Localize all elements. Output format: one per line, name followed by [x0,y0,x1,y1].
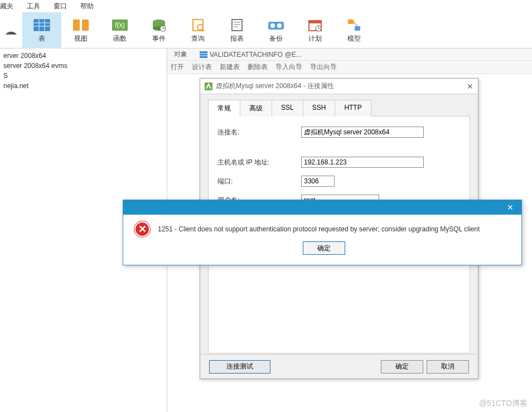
error-message: 1251 - Client does not support authentic… [158,221,480,234]
tool-report-label: 报表 [230,34,244,43]
tool-function[interactable]: f(x) 函数 [100,12,139,49]
tree-item[interactable]: erver 2008x64 [3,51,163,61]
svg-point-24 [277,23,282,28]
label-connection-name: 连接名: [217,128,301,137]
tool-backup[interactable]: 备份 [257,12,296,49]
tool-model-label: 模型 [347,34,361,43]
tool-view-label: 视图 [74,34,88,43]
tool-schedule[interactable]: 计划 [296,12,335,49]
tab-ssl[interactable]: SSL [272,100,303,117]
tab-open-file-label: VALIDATEATTACHINFO @E... [210,51,302,59]
tool-model[interactable]: 模型 [335,12,374,49]
report-icon [228,17,246,33]
tab-open-file[interactable]: VALIDATEATTACHINFO @E... [196,50,305,60]
tree-item[interactable]: server 2008x64 evms [3,61,163,71]
model-icon [345,17,363,33]
btn-export-wizard[interactable]: 导出向导 [310,62,337,72]
tool-query[interactable]: 查询 [178,12,217,49]
tab-general[interactable]: 常规 [208,100,240,117]
tree-item[interactable]: nejia.net [3,81,163,91]
tool-report[interactable]: 报表 [217,12,257,49]
error-body: ✕ 1251 - Client does not support authent… [123,215,521,239]
ok-button[interactable]: 确定 [381,360,423,374]
table-small-icon [200,51,207,58]
tool-view[interactable]: 视图 [61,12,100,49]
svg-rect-33 [200,51,207,58]
query-icon [189,17,207,33]
btn-delete-table[interactable]: 删除表 [248,62,268,72]
btn-open-table[interactable]: 打开 [171,62,184,72]
svg-line-32 [354,22,357,26]
tool-schedule-label: 计划 [308,34,322,43]
btn-import-wizard[interactable]: 导入向导 [275,62,302,72]
cancel-button[interactable]: 取消 [427,360,469,374]
table-icon [33,17,51,33]
dialog-footer: 连接测试 确定 取消 [200,354,478,379]
main-toolbar: 表 视图 f(x) 函数 事件 查询 报表 备份 [0,12,532,49]
tool-function-label: 函数 [113,34,127,43]
input-host[interactable] [301,157,424,168]
tool-event-label: 事件 [152,34,166,43]
dialog-titlebar[interactable]: 虚拟机Mysql server 2008x64 - 连接属性 ✕ [200,79,478,94]
dialog-tabs: 常规 高级 SSL SSH HTTP [208,100,470,117]
tool-table-label: 表 [38,34,45,43]
svg-rect-6 [82,20,89,31]
label-port: 端口: [217,177,301,186]
svg-text:f(x): f(x) [115,21,124,29]
error-close-icon[interactable]: ✕ [502,202,518,213]
svg-rect-18 [232,20,242,31]
btn-design-table[interactable]: 设计表 [192,62,212,72]
tool-backup-label: 备份 [269,34,283,43]
label-host: 主机名或 IP 地址: [217,158,301,167]
svg-rect-5 [73,20,80,31]
menubar: 藏夹 工具 窗口 帮助 [0,0,532,12]
test-connection-button[interactable]: 连接测试 [209,360,270,374]
input-port[interactable] [301,176,335,187]
tab-objects[interactable]: 对象 [171,49,191,60]
backup-icon [267,17,285,33]
tool-query-label: 查询 [191,34,205,43]
app-icon [205,83,212,90]
tree-item[interactable]: S [3,71,163,81]
tab-advanced[interactable]: 高级 [240,100,272,117]
svg-rect-26 [309,21,321,23]
menu-favorites[interactable]: 藏夹 [0,2,13,11]
tool-table[interactable]: 表 [22,12,61,49]
tool-other[interactable] [0,12,22,49]
svg-point-23 [270,23,275,28]
input-connection-name[interactable] [301,127,424,138]
tool-event[interactable]: 事件 [139,12,178,49]
object-tabs: 对象 VALIDATEATTACHINFO @E... [167,49,532,61]
error-titlebar[interactable]: ✕ [123,200,521,215]
menu-help[interactable]: 帮助 [80,2,94,11]
svg-rect-0 [34,20,50,31]
menu-tools[interactable]: 工具 [27,2,40,11]
schedule-icon [306,17,324,33]
view-icon [72,17,90,33]
menu-window[interactable]: 窗口 [54,2,67,11]
error-ok-button[interactable]: 确定 [303,241,345,255]
event-icon [150,17,168,33]
btn-new-table[interactable]: 新建表 [220,62,240,72]
generic-icon [2,22,20,38]
function-icon: f(x) [111,17,129,33]
tab-ssh[interactable]: SSH [303,100,336,117]
svg-rect-30 [348,20,354,24]
dialog-title: 虚拟机Mysql server 2008x64 - 连接属性 [216,81,334,91]
sub-toolbar: 打开 设计表 新建表 删除表 导入向导 导出向导 [167,61,532,74]
watermark: @51CTO博客 [479,399,528,409]
error-icon: ✕ [134,221,150,237]
close-icon[interactable]: ✕ [467,82,473,91]
error-dialog: ✕ ✕ 1251 - Client does not support authe… [123,200,522,265]
tab-http[interactable]: HTTP [335,100,371,117]
svg-rect-31 [355,26,360,31]
error-footer: 确定 [123,239,521,260]
